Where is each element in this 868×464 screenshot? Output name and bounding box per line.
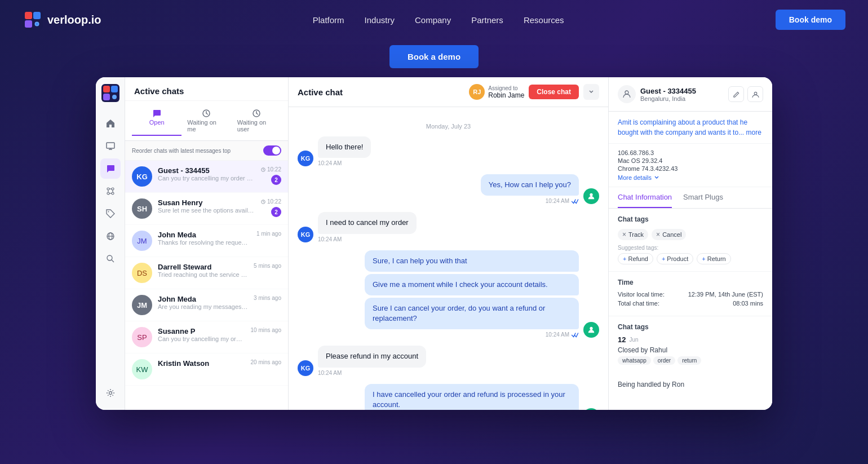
list-item[interactable]: KW Kristin Watson 20 mins ago <box>125 353 288 386</box>
chat-meta: 10:22 2 <box>260 198 281 217</box>
nav-resources[interactable]: Resources <box>524 15 564 25</box>
suggested-tag-refund[interactable]: + Refund <box>618 253 653 264</box>
msg-col: Sure, I can help you with that Give me a… <box>365 250 579 338</box>
sidebar-chat-icon[interactable] <box>100 158 121 179</box>
reorder-toggle[interactable] <box>263 145 281 156</box>
message-row: I have cancelled your order and refund i… <box>298 384 599 410</box>
msg-time: 10:24 AM <box>318 160 371 166</box>
total-chat-time-row: Total chat time: 08:03 mins <box>618 300 763 307</box>
sidebar-settings-icon[interactable] <box>100 383 121 403</box>
tab-open[interactable]: Open <box>132 105 181 136</box>
svg-point-5 <box>36 23 38 25</box>
svg-rect-8 <box>111 86 118 92</box>
sidebar-globe-icon[interactable] <box>100 226 121 246</box>
book-demo-hero-button[interactable]: Book a demo <box>389 45 479 68</box>
guest-icon <box>618 85 636 103</box>
tech-info: 106.68.786.3 Mac OS 29.32.4 Chrome 74.3.… <box>609 144 772 187</box>
tab-chat-info[interactable]: Chat Information <box>618 187 672 208</box>
svg-point-34 <box>590 327 592 330</box>
chat-panel-title: Active chat <box>298 87 343 97</box>
svg-line-27 <box>112 260 114 262</box>
tag-remove-icon[interactable]: × <box>622 231 626 238</box>
suggested-tag-return[interactable]: + Return <box>697 253 730 264</box>
chat-meta: 1 min ago <box>256 231 281 237</box>
assign-guest-button[interactable] <box>747 86 763 102</box>
tab-waiting-on-me[interactable]: Waiting on me <box>181 105 231 136</box>
more-details-button[interactable]: More details <box>618 174 763 181</box>
chat-tags-section: Chat tags × Track × Cancel Suggested tag… <box>609 209 772 272</box>
svg-point-15 <box>112 188 114 190</box>
chat-info: Susanne P Can you try cancelling my orde… <box>158 327 245 342</box>
svg-point-36 <box>625 91 628 94</box>
list-item[interactable]: KG Guest - 334455 Can you try cancelling… <box>125 161 288 193</box>
message-bubble: I have cancelled your order and refund i… <box>365 384 579 410</box>
sidebar-monitor-icon[interactable] <box>100 136 121 156</box>
svg-point-22 <box>108 211 109 213</box>
sidebar-tag-icon[interactable] <box>100 204 121 224</box>
tab-waiting-on-user[interactable]: Waiting on user <box>232 105 281 136</box>
svg-point-33 <box>590 193 592 196</box>
unread-badge: 2 <box>271 207 281 217</box>
edit-guest-button[interactable] <box>728 86 744 102</box>
svg-rect-7 <box>103 86 110 92</box>
time-section: Time Visitor local time: 12:39 PM, 14th … <box>609 272 772 316</box>
svg-point-17 <box>112 192 114 195</box>
close-chat-button[interactable]: Close chat <box>529 85 579 99</box>
msg-time: 10:24 AM <box>318 370 426 376</box>
avatar: JM <box>132 295 152 315</box>
nav-platform[interactable]: Platform <box>313 15 344 25</box>
unread-badge: 2 <box>271 175 281 185</box>
logo: verloop.io <box>23 10 101 30</box>
panel-tabs: Chat Information Smart Plugs <box>609 187 772 209</box>
message-row: KG I need to cancel my order 10:24 AM <box>298 212 599 242</box>
msg-avatar: KG <box>298 227 313 242</box>
tag-remove-icon[interactable]: × <box>656 231 660 238</box>
avatar: SH <box>132 198 152 219</box>
chat-meta: 20 mins ago <box>251 359 281 365</box>
sidebar-logo-icon <box>101 84 119 102</box>
message-bubble: I need to cancel my order <box>318 212 417 233</box>
msg-avatar: KG <box>298 360 313 376</box>
avatar: DS <box>132 263 152 283</box>
nav-partners[interactable]: Partners <box>471 15 503 25</box>
list-item[interactable]: SP Susanne P Can you try cancelling my o… <box>125 321 288 353</box>
logo-text: verloop.io <box>47 14 101 26</box>
message-row: Yes, How can I help you? 10:24 AM <box>298 174 599 204</box>
list-item[interactable]: JM John Meda Are you reading my messages… <box>125 289 288 321</box>
chat-meta: 5 mins ago <box>254 263 281 269</box>
sidebar-home-icon[interactable] <box>100 113 121 134</box>
message-bubble: Sure I can cancel your order, do you wan… <box>365 298 579 329</box>
svg-rect-3 <box>25 20 32 28</box>
guest-header: Guest - 3334455 Bengaluru, India <box>609 77 772 112</box>
sidebar-search-icon[interactable] <box>100 249 121 269</box>
svg-point-14 <box>107 188 109 190</box>
sidebar-icons <box>96 77 125 410</box>
chat-info: John Meda Thanks for resolving the reque… <box>158 231 251 246</box>
tab-smart-plugs[interactable]: Smart Plugs <box>683 187 723 208</box>
guest-info: Guest - 3334455 Bengaluru, India <box>640 87 724 102</box>
list-item[interactable]: DS Darrell Steward Tried reaching out th… <box>125 257 288 289</box>
message-bubble: Give me a moment while I check your acco… <box>365 274 579 295</box>
chat-meta: 3 mins ago <box>254 295 281 301</box>
suggested-tag-product[interactable]: + Product <box>657 253 693 264</box>
list-item[interactable]: SH Susan Henry Sure let me see the optio… <box>125 193 288 225</box>
active-chat-panel: Active chat RJ Assigned to Robin Jame Cl… <box>289 77 609 410</box>
nav-industry[interactable]: Industry <box>365 15 395 25</box>
sidebar-integrations-icon[interactable] <box>100 181 121 201</box>
list-item[interactable]: JM John Meda Thanks for resolving the re… <box>125 225 288 257</box>
agent-avatar <box>583 322 599 338</box>
msg-col: I need to cancel my order 10:24 AM <box>318 212 417 242</box>
avatar: KW <box>132 359 152 379</box>
chat-items: KG Guest - 334455 Can you try cancelling… <box>125 161 288 410</box>
svg-rect-1 <box>25 12 32 19</box>
msg-col: Please refund in my account 10:24 AM <box>318 346 426 375</box>
chat-info: John Meda Are you reading my messages. J… <box>158 295 248 310</box>
message-bubble: Sure, I can help you with that <box>365 250 579 272</box>
chat-chevron-button[interactable] <box>583 84 599 100</box>
book-demo-nav-button[interactable]: Book demo <box>776 10 845 30</box>
tag-date: 12 Jun <box>618 335 763 344</box>
more-details-link[interactable]: more <box>746 129 761 136</box>
nav-company[interactable]: Company <box>415 15 451 25</box>
tag-pills: whatsapp order return <box>618 356 763 365</box>
suggested-tags: + Refund + Product + Return <box>618 253 763 264</box>
